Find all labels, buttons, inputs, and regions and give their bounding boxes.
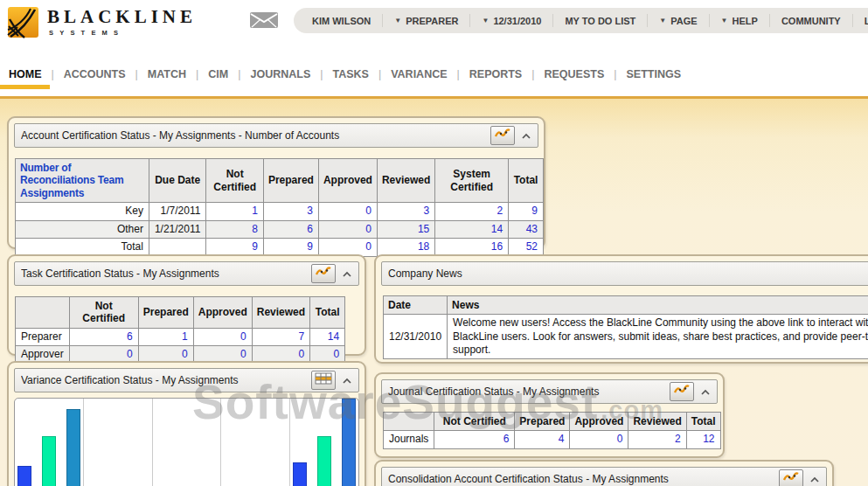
panel-title: Company News <box>388 267 868 280</box>
panel-title: Variance Certification Status - My Assig… <box>21 374 311 386</box>
collapse-button[interactable] <box>521 128 531 143</box>
nav-item-variance[interactable]: VARIANCE <box>389 68 448 80</box>
column-header: Approved <box>570 413 628 431</box>
column-header: Reviewed <box>628 413 686 431</box>
column-header: Total <box>509 159 544 203</box>
value-link[interactable]: 9 <box>509 203 544 221</box>
nav-item-home[interactable]: HOME <box>7 68 44 80</box>
value-link[interactable]: 2 <box>628 431 686 449</box>
nav-separator: | <box>52 68 54 80</box>
chart-view-button[interactable] <box>311 264 336 283</box>
nav-item-settings[interactable]: SETTINGS <box>624 68 683 80</box>
variance-chart-plot <box>14 398 359 486</box>
value-link[interactable]: 6 <box>69 328 138 346</box>
value-link[interactable]: 7 <box>252 328 309 346</box>
mail-icon[interactable] <box>249 11 279 32</box>
value-link[interactable]: 3 <box>377 203 434 221</box>
value-link[interactable]: 2 <box>435 203 509 221</box>
menu-item-help[interactable]: ▼HELP <box>709 14 769 27</box>
blackline-logo-mark-icon <box>7 6 39 38</box>
collapse-button[interactable] <box>342 266 352 281</box>
value-link[interactable]: 43 <box>509 220 544 239</box>
account-status-table: Number of Reconciliations Team Assignmen… <box>15 158 544 257</box>
nav-separator: | <box>196 68 198 80</box>
menu-item-kim-wilson[interactable]: KIM WILSON <box>301 14 382 27</box>
panel-header: Journal Certification Status - My Assign… <box>381 379 718 404</box>
collapse-button[interactable] <box>700 384 711 399</box>
value-link[interactable]: 0 <box>318 203 377 221</box>
column-header: Due Date <box>149 159 206 203</box>
column-header <box>16 297 70 329</box>
table-view-button[interactable] <box>311 371 336 390</box>
chevron-up-icon <box>809 471 820 486</box>
panel-header: Consolidation Account Certification Stat… <box>381 467 827 486</box>
nav-item-requests[interactable]: REQUESTS <box>542 68 606 80</box>
chart-view-button[interactable] <box>779 469 803 486</box>
collapse-button[interactable] <box>342 372 352 388</box>
nav-item-match[interactable]: MATCH <box>146 68 188 80</box>
chart-view-button[interactable] <box>490 126 515 145</box>
menu-item-label: LOG OUT <box>865 16 868 26</box>
active-tab-underline <box>0 85 50 89</box>
panel-title: Consolidation Account Certification Stat… <box>388 473 779 485</box>
column-header: Approved <box>318 159 377 203</box>
nav-item-tasks[interactable]: TASKS <box>330 68 370 80</box>
brand-tagline: SYSTEMS <box>47 29 197 37</box>
nav-item-journals[interactable]: JOURNALS <box>248 68 312 80</box>
row-label: Journals <box>384 431 434 449</box>
value-link[interactable]: 14 <box>435 220 509 239</box>
column-header: Not Certified <box>434 413 515 431</box>
nav-separator: | <box>135 68 138 80</box>
value-link[interactable]: 6 <box>434 431 515 449</box>
value-link[interactable]: 0 <box>570 431 628 449</box>
column-header-link[interactable]: Number of Reconciliations Team Assignmen… <box>16 159 149 203</box>
bar-series-2 <box>42 436 56 486</box>
menu-item-page[interactable]: ▼PAGE <box>647 14 708 27</box>
chevron-up-icon <box>342 266 352 281</box>
cell-value: Welcome new users! Access the BlackLine … <box>448 315 868 359</box>
collapse-button[interactable] <box>809 471 820 486</box>
chevron-up-icon <box>700 384 711 399</box>
value-link[interactable]: 1 <box>206 203 263 221</box>
main-nav: HOME|ACCOUNTS|MATCH|CIM|JOURNALS|TASKS|V… <box>7 68 683 80</box>
value-link[interactable]: 14 <box>310 328 345 346</box>
application-window: BLACKLINE SYSTEMS KIM WILSON▼PREPARER▼12… <box>0 0 868 486</box>
panel-header: Task Certification Status - My Assignmen… <box>14 261 359 286</box>
value-link[interactable]: 1 <box>138 328 193 346</box>
menu-item-12-31-2010[interactable]: ▼12/31/2010 <box>469 14 552 27</box>
nav-item-reports[interactable]: REPORTS <box>468 68 524 80</box>
dropdown-arrow-icon: ▼ <box>482 17 489 24</box>
value-link[interactable]: 0 <box>193 328 252 346</box>
value-link[interactable]: 6 <box>263 220 318 239</box>
chart-icon <box>315 266 332 281</box>
nav-item-cim[interactable]: CIM <box>206 68 230 80</box>
column-header: Prepared <box>138 297 193 329</box>
nav-item-accounts[interactable]: ACCOUNTS <box>62 68 128 80</box>
menu-item-preparer[interactable]: ▼PREPARER <box>382 14 469 27</box>
bar-series-1 <box>17 466 31 486</box>
menu-item-my-to-do-list[interactable]: MY TO DO LIST <box>552 14 647 27</box>
value-link[interactable]: 12 <box>686 431 720 449</box>
column-header: Reviewed <box>252 297 309 329</box>
top-bar: BLACKLINE SYSTEMS KIM WILSON▼PREPARER▼12… <box>0 0 868 52</box>
nav-separator: | <box>238 68 240 80</box>
data-table: Number of Reconciliations Team Assignmen… <box>15 158 544 257</box>
value-link[interactable]: 15 <box>377 220 434 239</box>
brand-name: BLACKLINE <box>47 8 197 26</box>
nav-separator: | <box>457 68 460 80</box>
menu-item-label: COMMUNITY <box>781 16 841 26</box>
chart-view-button[interactable] <box>670 382 694 401</box>
menu-item-log-out[interactable]: LOG OUT <box>852 14 868 27</box>
value-link[interactable]: 0 <box>318 220 377 239</box>
nav-separator: | <box>378 68 381 80</box>
value-link[interactable]: 4 <box>515 431 570 449</box>
value-link[interactable]: 8 <box>206 220 263 239</box>
menu-item-label: MY TO DO LIST <box>565 16 635 26</box>
table-row: 12/31/2010Welcome new users! Access the … <box>384 315 868 359</box>
table-row: Key1/7/2011130329 <box>16 203 544 221</box>
value-link[interactable]: 3 <box>263 203 318 221</box>
column-header: Prepared <box>263 159 318 203</box>
chart-icon <box>782 471 800 486</box>
menu-item-community[interactable]: COMMUNITY <box>769 14 852 27</box>
chart-section <box>153 399 222 486</box>
